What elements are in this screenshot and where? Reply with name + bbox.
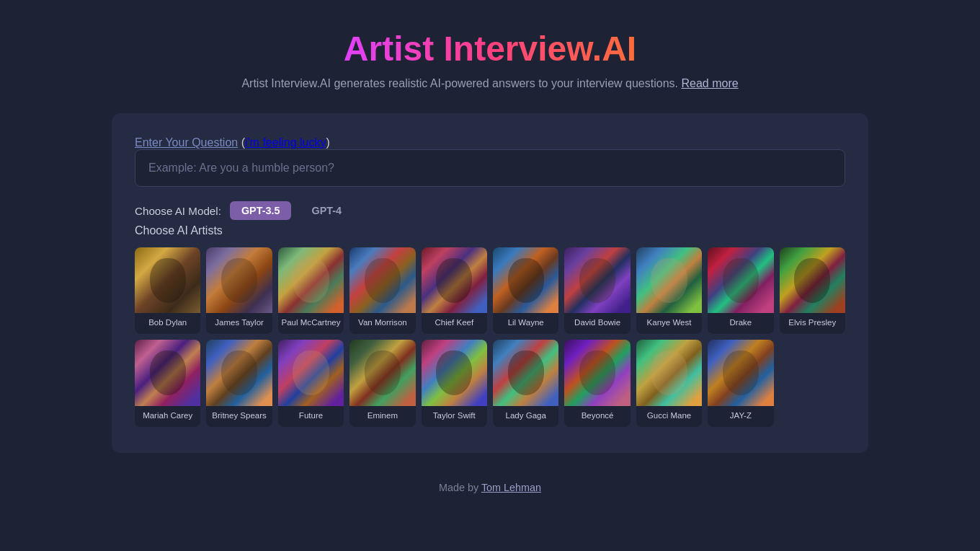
read-more-link[interactable]: Read more <box>681 77 738 89</box>
page-wrapper: Artist Interview.AI Artist Interview.AI … <box>0 0 980 537</box>
subtitle: Artist Interview.AI generates realistic … <box>241 77 738 90</box>
feeling-lucky-link[interactable]: i'm feeling lucky <box>245 136 326 149</box>
artist-card-lil-wayne[interactable]: Lil Wayne <box>493 247 558 334</box>
artist-card-beyonce[interactable]: Beyoncé <box>564 340 630 426</box>
question-input[interactable] <box>135 149 845 187</box>
artist-name-kanye-west: Kanye West <box>636 313 702 334</box>
artist-name-chief-keef: Chief Keef <box>422 313 487 334</box>
artist-name-bob-dylan: Bob Dylan <box>135 313 200 334</box>
artist-name-mariah-carey: Mariah Carey <box>135 406 200 427</box>
question-label: Enter Your Question (i'm feeling lucky) <box>135 136 330 149</box>
artist-card-kanye-west[interactable]: Kanye West <box>636 247 702 334</box>
artist-name-gucci-mane: Gucci Mane <box>636 406 702 427</box>
artist-card-lady-gaga[interactable]: Lady Gaga <box>493 340 558 426</box>
artist-card-future[interactable]: Future <box>278 340 344 426</box>
artist-name-james-taylor: James Taylor <box>206 313 272 334</box>
artist-card-mariah-carey[interactable]: Mariah Carey <box>135 340 200 426</box>
artist-card-taylor-swift[interactable]: Taylor Swift <box>422 340 487 426</box>
artist-card-elvis-presley[interactable]: Elvis Presley <box>780 247 845 334</box>
artist-name-lady-gaga: Lady Gaga <box>493 406 558 427</box>
artist-name-beyonce: Beyoncé <box>564 406 630 427</box>
artist-name-drake: Drake <box>708 313 773 334</box>
artist-card-drake[interactable]: Drake <box>708 247 773 334</box>
artist-name-david-bowie: David Bowie <box>564 313 630 334</box>
artist-card-eminem[interactable]: Eminem <box>349 340 415 426</box>
artist-card-james-taylor[interactable]: James Taylor <box>206 247 272 334</box>
artist-name-elvis-presley: Elvis Presley <box>780 313 845 334</box>
artist-card-paul-mccartney[interactable]: Paul McCartney <box>278 247 344 334</box>
artist-name-jay-z: JAY-Z <box>708 406 773 427</box>
artist-name-van-morrison: Van Morrison <box>349 313 415 334</box>
artist-card-bob-dylan[interactable]: Bob Dylan <box>135 247 200 334</box>
model-gpt4-button[interactable]: GPT-4 <box>300 201 353 220</box>
main-card: Enter Your Question (i'm feeling lucky) … <box>112 113 868 453</box>
artist-name-future: Future <box>278 406 344 427</box>
app-title: Artist Interview.AI <box>344 29 636 69</box>
artist-card-david-bowie[interactable]: David Bowie <box>564 247 630 334</box>
model-row: Choose AI Model: GPT-3.5 GPT-4 <box>135 201 845 220</box>
artists-grid: Bob DylanJames TaylorPaul McCartneyVan M… <box>135 247 845 427</box>
artist-name-lil-wayne: Lil Wayne <box>493 313 558 334</box>
artist-name-britney-spears: Britney Spears <box>206 406 272 427</box>
model-gpt35-button[interactable]: GPT-3.5 <box>230 201 292 220</box>
artist-name-eminem: Eminem <box>349 406 415 427</box>
artist-card-britney-spears[interactable]: Britney Spears <box>206 340 272 426</box>
artist-card-gucci-mane[interactable]: Gucci Mane <box>636 340 702 426</box>
artists-label: Choose AI Artists <box>135 224 845 237</box>
artist-name-taylor-swift: Taylor Swift <box>422 406 487 427</box>
artist-card-jay-z[interactable]: JAY-Z <box>708 340 773 426</box>
model-label: Choose AI Model: <box>135 205 221 217</box>
artist-name-paul-mccartney: Paul McCartney <box>278 313 344 334</box>
author-link[interactable]: Tom Lehman <box>481 482 541 493</box>
footer: Made by Tom Lehman <box>439 482 541 493</box>
artist-card-chief-keef[interactable]: Chief Keef <box>422 247 487 334</box>
artist-card-van-morrison[interactable]: Van Morrison <box>349 247 415 334</box>
